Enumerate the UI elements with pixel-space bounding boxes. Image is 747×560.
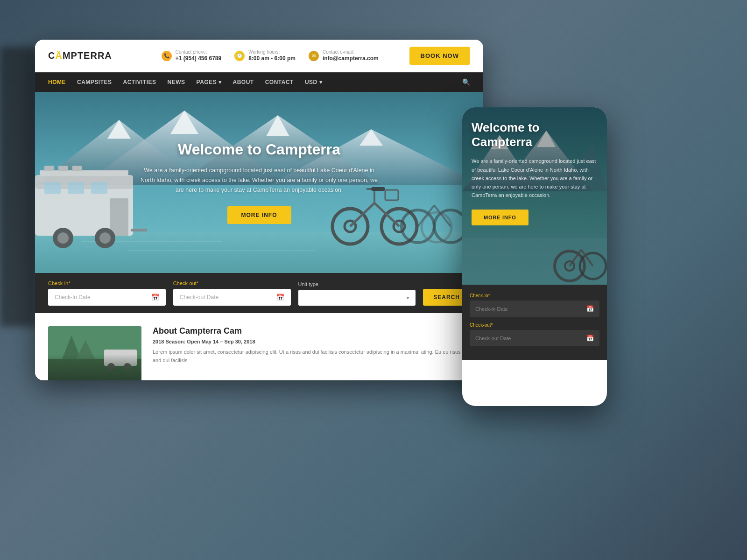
about-description: Lorem ipsum dolor sit amet, consectetur …: [153, 348, 470, 364]
svg-rect-16: [91, 182, 107, 194]
clock-icon: 🕐: [234, 51, 245, 61]
checkin-input[interactable]: Check-In Date 📅: [48, 289, 166, 306]
hero-more-info-button[interactable]: MORE INFO: [227, 206, 291, 224]
about-content: About Campterra Cam 2018 Season: Open Ma…: [153, 326, 470, 375]
checkout-field: Check-out* Check-out Date 📅: [173, 280, 291, 306]
checkout-input[interactable]: Check-out Date 📅: [173, 289, 291, 306]
nav-item-activities[interactable]: ACTIVITIES: [123, 79, 156, 85]
about-title: About Campterra Cam: [153, 326, 470, 336]
contact-phone-info: 📞 Contact phone: +1 (954) 456 6789: [162, 49, 221, 63]
contact-phone-label: Contact phone:: [176, 49, 221, 55]
mobile-checkin-calendar-icon: 📅: [586, 305, 594, 312]
contact-email-value: info@campterra.com: [323, 55, 379, 63]
about-image: [48, 326, 141, 380]
about-section: About Campterra Cam 2018 Season: Open Ma…: [35, 313, 483, 380]
svg-rect-26: [72, 166, 82, 171]
nav-search-icon[interactable]: 🔍: [462, 78, 470, 86]
contact-phone-value: +1 (954) 456 6789: [176, 55, 221, 63]
contact-email-label: Contact e-mail:: [323, 49, 379, 55]
bg-left-decoration: [0, 47, 37, 327]
mobile-hero-content: Welcome to Campterra We are a family-ori…: [462, 107, 607, 235]
mobile-checkout-label: Check-out*: [470, 322, 599, 328]
site-nav: HOME CAMPSITES ACTIVITIES NEWS PAGES ▾ A…: [35, 72, 483, 92]
logo: CÄMPTERRA: [48, 50, 112, 61]
svg-point-19: [57, 232, 69, 244]
nav-item-usd[interactable]: USD ▾: [305, 79, 322, 85]
book-now-button[interactable]: BOOK NOW: [409, 47, 470, 65]
nav-item-news[interactable]: NEWS: [168, 79, 185, 85]
working-hours-info: 🕐 Working hours: 8:00 am - 6:00 pm: [234, 49, 296, 63]
nav-item-pages[interactable]: PAGES ▾: [197, 79, 222, 85]
svg-rect-25: [58, 166, 68, 171]
phone-icon: 📞: [162, 51, 172, 61]
svg-rect-15: [68, 182, 84, 194]
email-icon: ✉: [309, 51, 319, 61]
mobile-mockup: Welcome to Campterra We are a family-ori…: [462, 107, 607, 406]
nav-item-contact[interactable]: CONTACT: [265, 79, 294, 85]
mobile-checkin-input[interactable]: Check-in Date 📅: [470, 301, 599, 317]
unit-type-field: Unit type — ▾: [298, 281, 416, 306]
svg-rect-22: [131, 229, 147, 231]
hero-title: Welcome to Campterra: [138, 141, 381, 158]
checkin-field: Check-in* Check-In Date 📅: [48, 280, 166, 306]
checkout-calendar-icon: 📅: [276, 294, 284, 301]
unit-type-select[interactable]: — ▾: [298, 290, 416, 306]
hero-section: Welcome to Campterra We are a family-ori…: [35, 92, 483, 273]
unit-type-label: Unit type: [298, 281, 416, 287]
svg-rect-17: [110, 198, 128, 236]
mobile-hero: Welcome to Campterra We are a family-ori…: [462, 107, 607, 285]
mobile-hero-description: We are a family-oriented campground loca…: [472, 157, 598, 199]
site-header: CÄMPTERRA 📞 Contact phone: +1 (954) 456 …: [35, 40, 483, 72]
checkin-label: Check-in*: [48, 280, 166, 286]
mobile-checkin-label: Check-in*: [470, 293, 599, 298]
checkout-label: Check-out*: [173, 280, 291, 286]
mobile-more-info-button[interactable]: MORE INFO: [472, 210, 529, 225]
nav-item-about[interactable]: ABOUT: [233, 79, 254, 85]
working-hours-label: Working hours:: [248, 49, 296, 55]
mobile-checkout-calendar-icon: 📅: [586, 335, 594, 342]
booking-bar: Check-in* Check-In Date 📅 Check-out* Che…: [35, 273, 483, 313]
contact-email-info: ✉ Contact e-mail: info@campterra.com: [309, 49, 379, 63]
working-hours-value: 8:00 am - 6:00 pm: [248, 55, 296, 63]
nav-item-campsites[interactable]: CAMPSITES: [77, 79, 112, 85]
mobile-booking: Check-in* Check-in Date 📅 Check-out* Che…: [462, 285, 607, 360]
desktop-mockup: CÄMPTERRA 📞 Contact phone: +1 (954) 456 …: [35, 40, 483, 380]
svg-rect-24: [44, 166, 54, 171]
mobile-hero-title: Welcome to Campterra: [472, 120, 598, 149]
hero-content: Welcome to Campterra We are a family-ori…: [128, 141, 390, 224]
nav-item-home[interactable]: HOME: [48, 79, 66, 85]
svg-rect-14: [44, 182, 61, 194]
hero-description: We are a family-oriented campground loca…: [138, 166, 381, 196]
mobile-checkout-input[interactable]: Check-out Date 📅: [470, 330, 599, 346]
checkin-calendar-icon: 📅: [151, 294, 159, 301]
header-info: 📞 Contact phone: +1 (954) 456 6789 🕐 Wor…: [131, 49, 409, 63]
svg-point-21: [99, 232, 111, 244]
about-season: 2018 Season: Open May 14 – Sep 30, 2018: [153, 339, 470, 344]
unit-type-dropdown-icon: ▾: [407, 295, 409, 301]
